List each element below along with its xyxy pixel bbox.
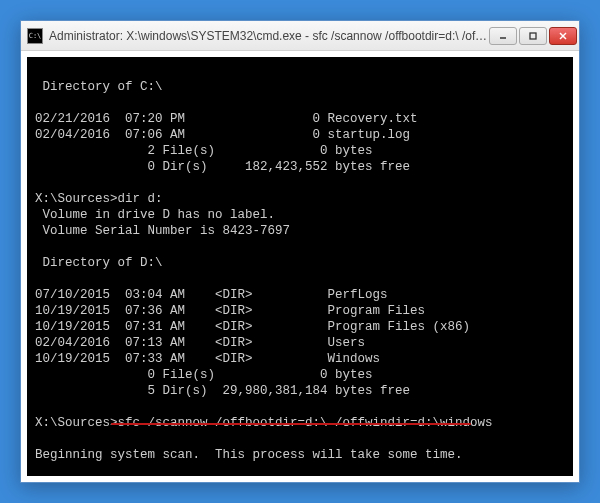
terminal-line (35, 399, 565, 415)
terminal-line: 0 Dir(s) 182,423,552 bytes free (35, 159, 565, 175)
window-controls (489, 27, 577, 45)
terminal-line (35, 63, 565, 79)
terminal-line: Volume Serial Number is 8423-7697 (35, 223, 565, 239)
terminal-line: 5 Dir(s) 29,980,381,184 bytes free (35, 383, 565, 399)
svg-rect-1 (530, 33, 536, 39)
terminal-line (35, 239, 565, 255)
cmd-window: C:\ Administrator: X:\windows\SYSTEM32\c… (20, 20, 580, 483)
terminal-line: 07/10/2015 03:04 AM <DIR> PerfLogs (35, 287, 565, 303)
terminal-line: 02/04/2016 07:13 AM <DIR> Users (35, 335, 565, 351)
terminal-line (35, 463, 565, 476)
terminal-output[interactable]: Directory of C:\ 02/21/2016 07:20 PM 0 R… (27, 57, 573, 476)
terminal-line: 10/19/2015 07:31 AM <DIR> Program Files … (35, 319, 565, 335)
terminal-line: Beginning system scan. This process will… (35, 447, 565, 463)
window-title: Administrator: X:\windows\SYSTEM32\cmd.e… (49, 29, 489, 43)
terminal-line (35, 431, 565, 447)
terminal-line: Directory of D:\ (35, 255, 565, 271)
terminal-line: Volume in drive D has no label. (35, 207, 565, 223)
command-underline-annotation (111, 423, 471, 425)
minimize-button[interactable] (489, 27, 517, 45)
terminal-line: 0 File(s) 0 bytes (35, 367, 565, 383)
terminal-line: 2 File(s) 0 bytes (35, 143, 565, 159)
terminal-line: 02/21/2016 07:20 PM 0 Recovery.txt (35, 111, 565, 127)
terminal-line: 10/19/2015 07:36 AM <DIR> Program Files (35, 303, 565, 319)
titlebar[interactable]: C:\ Administrator: X:\windows\SYSTEM32\c… (21, 21, 579, 51)
terminal-line (35, 175, 565, 191)
terminal-line: 02/04/2016 07:06 AM 0 startup.log (35, 127, 565, 143)
terminal-line (35, 95, 565, 111)
terminal-line (35, 271, 565, 287)
terminal-line: X:\Sources>dir d: (35, 191, 565, 207)
close-button[interactable] (549, 27, 577, 45)
maximize-button[interactable] (519, 27, 547, 45)
cmd-icon: C:\ (27, 28, 43, 44)
terminal-line: 10/19/2015 07:33 AM <DIR> Windows (35, 351, 565, 367)
terminal-line: Directory of C:\ (35, 79, 565, 95)
